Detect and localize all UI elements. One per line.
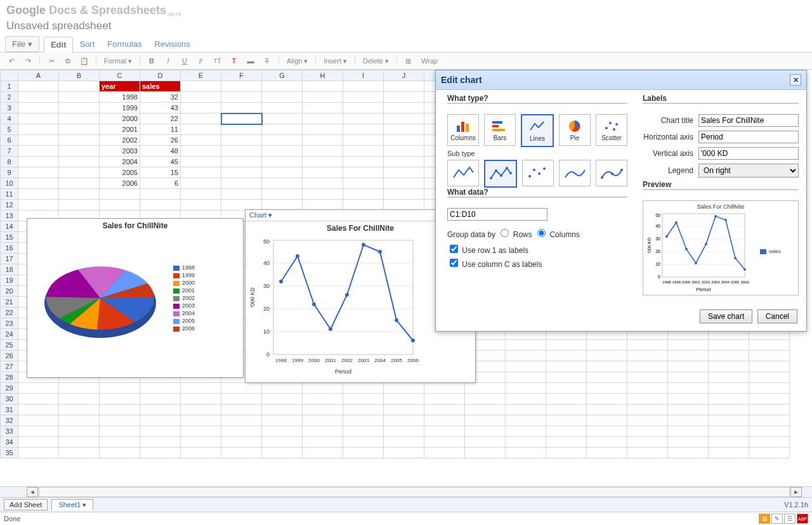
cell[interactable] bbox=[262, 394, 303, 405]
cell[interactable] bbox=[100, 437, 140, 448]
col-header[interactable]: J bbox=[384, 70, 424, 81]
fill-color-icon[interactable]: ▬ bbox=[244, 55, 257, 67]
cell[interactable] bbox=[465, 383, 506, 394]
cell[interactable] bbox=[181, 437, 221, 448]
cell[interactable]: 26 bbox=[140, 135, 181, 146]
chart-title-input[interactable] bbox=[698, 114, 799, 127]
cell[interactable] bbox=[262, 448, 303, 458]
cell[interactable] bbox=[221, 113, 262, 124]
subtype-2[interactable] bbox=[484, 160, 517, 188]
cell[interactable] bbox=[59, 437, 100, 448]
row-header[interactable]: 13 bbox=[1, 211, 18, 221]
insert-menu[interactable]: Insert ▾ bbox=[321, 55, 350, 67]
cell[interactable]: 2002 bbox=[100, 135, 140, 146]
cell[interactable] bbox=[465, 394, 506, 405]
cell[interactable]: 15 bbox=[140, 167, 181, 178]
col-header[interactable]: I bbox=[343, 70, 384, 81]
cell[interactable] bbox=[221, 157, 262, 167]
cell[interactable] bbox=[59, 167, 100, 178]
haxis-input[interactable] bbox=[698, 131, 799, 143]
cell[interactable] bbox=[424, 383, 465, 394]
cell[interactable] bbox=[59, 394, 100, 405]
row-header[interactable]: 3 bbox=[1, 103, 18, 113]
cell[interactable] bbox=[59, 415, 100, 426]
use-row1-checkbox[interactable]: Use row 1 as labels bbox=[447, 243, 627, 255]
cell[interactable] bbox=[303, 146, 343, 157]
row-header[interactable]: 9 bbox=[1, 167, 18, 178]
cell[interactable]: 11 bbox=[140, 124, 181, 135]
col-header[interactable]: D bbox=[140, 70, 181, 81]
cell[interactable]: 2005 bbox=[100, 167, 140, 178]
cell[interactable] bbox=[303, 81, 343, 92]
format-menu[interactable]: Format ▾ bbox=[102, 55, 134, 67]
underline-button[interactable]: U bbox=[178, 55, 191, 67]
cell[interactable] bbox=[668, 426, 709, 437]
cell[interactable] bbox=[424, 394, 465, 405]
cell[interactable] bbox=[546, 383, 587, 394]
row-header[interactable]: 26 bbox=[1, 351, 18, 361]
cell[interactable] bbox=[18, 146, 59, 157]
cancel-button[interactable]: Cancel bbox=[757, 309, 797, 323]
cell[interactable] bbox=[343, 92, 384, 103]
cell[interactable] bbox=[465, 405, 506, 415]
cell[interactable] bbox=[709, 394, 749, 405]
save-chart-button[interactable]: Save chart bbox=[700, 309, 752, 323]
row-header[interactable]: 35 bbox=[1, 448, 18, 458]
cell[interactable] bbox=[181, 178, 221, 189]
row-header[interactable]: 28 bbox=[1, 372, 18, 383]
row-header[interactable]: 18 bbox=[1, 264, 18, 275]
cell[interactable]: 2003 bbox=[100, 146, 140, 157]
cell[interactable] bbox=[627, 394, 668, 405]
cell[interactable] bbox=[181, 157, 221, 167]
cell[interactable] bbox=[140, 426, 181, 437]
cell[interactable] bbox=[18, 178, 59, 189]
cell[interactable] bbox=[546, 372, 587, 383]
group-rows-radio[interactable]: Rows bbox=[497, 230, 532, 239]
type-lines[interactable]: Lines bbox=[521, 114, 554, 147]
cell[interactable] bbox=[221, 178, 262, 189]
cell[interactable] bbox=[506, 383, 546, 394]
cell[interactable] bbox=[18, 103, 59, 113]
cell[interactable] bbox=[627, 372, 668, 383]
cell[interactable] bbox=[18, 157, 59, 167]
tab-sort[interactable]: Sort bbox=[73, 37, 101, 51]
cell[interactable] bbox=[18, 124, 59, 135]
cell[interactable] bbox=[668, 383, 709, 394]
cell[interactable] bbox=[18, 426, 59, 437]
cell[interactable] bbox=[221, 200, 262, 211]
cell[interactable] bbox=[221, 135, 262, 146]
cell[interactable] bbox=[424, 405, 465, 415]
cell[interactable] bbox=[59, 189, 100, 200]
tray-icon-1[interactable]: ▤ bbox=[759, 514, 770, 524]
cell[interactable] bbox=[221, 405, 262, 415]
col-header[interactable]: G bbox=[262, 70, 303, 81]
file-menu[interactable]: File ▾ bbox=[5, 36, 39, 52]
cell[interactable] bbox=[181, 81, 221, 92]
cell[interactable] bbox=[343, 405, 384, 415]
row-header[interactable]: 11 bbox=[1, 189, 18, 200]
cell[interactable] bbox=[303, 415, 343, 426]
cell[interactable] bbox=[424, 437, 465, 448]
cell[interactable] bbox=[343, 124, 384, 135]
cell[interactable] bbox=[749, 394, 790, 405]
cell[interactable] bbox=[303, 92, 343, 103]
cell[interactable] bbox=[709, 426, 749, 437]
cell[interactable] bbox=[262, 157, 303, 167]
cell[interactable] bbox=[587, 351, 627, 361]
cell[interactable] bbox=[587, 405, 627, 415]
cell[interactable]: 1998 bbox=[100, 92, 140, 103]
legend-select[interactable]: On right bbox=[698, 164, 799, 178]
cell[interactable] bbox=[59, 405, 100, 415]
scroll-left-icon[interactable]: ◄ bbox=[27, 487, 38, 497]
row-header[interactable]: 17 bbox=[1, 254, 18, 264]
cell[interactable] bbox=[221, 426, 262, 437]
cell[interactable] bbox=[749, 437, 790, 448]
cell[interactable] bbox=[709, 372, 749, 383]
cell[interactable] bbox=[343, 167, 384, 178]
cell[interactable] bbox=[343, 437, 384, 448]
cell[interactable] bbox=[140, 415, 181, 426]
cell[interactable] bbox=[587, 426, 627, 437]
cell[interactable] bbox=[668, 361, 709, 372]
cell[interactable] bbox=[303, 135, 343, 146]
cell[interactable] bbox=[709, 437, 749, 448]
